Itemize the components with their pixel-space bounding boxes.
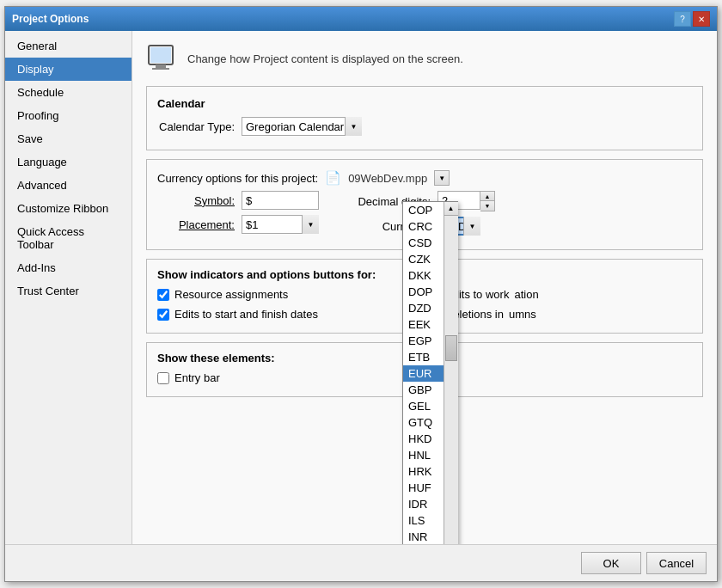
dropdown-item-dop[interactable]: DOP <box>403 284 444 300</box>
check-edits-dates: Edits to start and finish dates <box>157 308 421 321</box>
calendar-group-title: Calendar <box>157 97 692 110</box>
currency-file-row: Currency options for this project: 📄 09W… <box>157 170 692 186</box>
svg-rect-2 <box>156 64 166 68</box>
calendar-type-label: Calendar Type: <box>157 120 235 133</box>
dropdown-item-egp[interactable]: EGP <box>403 333 444 349</box>
svg-rect-3 <box>152 68 169 70</box>
scroll-thumb[interactable] <box>445 335 457 361</box>
dropdown-item-gbp[interactable]: GBP <box>403 382 444 398</box>
deletions-extra: umns <box>509 308 536 321</box>
dropdown-scrollbar: ▲ ▼ <box>444 202 457 544</box>
dropdown-item-huf[interactable]: HUF <box>403 480 444 496</box>
dialog-footer: OK Cancel <box>5 544 717 581</box>
decimal-spin-down[interactable]: ▼ <box>480 201 494 211</box>
currency-options-label: Currency options for this project: <box>157 172 318 185</box>
dialog-body: General Display Schedule Proofing Save L… <box>5 31 717 544</box>
calendar-type-row: Calendar Type: Gregorian Calendar ▼ <box>157 117 692 136</box>
placement-select[interactable]: $1 <box>242 215 319 234</box>
symbol-row: Symbol: <box>157 191 319 210</box>
calendar-type-select[interactable]: Gregorian Calendar <box>242 117 362 136</box>
decimal-spin-buttons: ▲ ▼ <box>480 191 495 211</box>
check-entry-bar-input[interactable] <box>157 372 169 384</box>
sidebar-item-proofing[interactable]: Proofing <box>5 104 132 127</box>
sidebar-item-general[interactable]: General <box>5 34 132 58</box>
currency-file-name: 09WebDev.mpp <box>348 172 427 185</box>
cancel-button[interactable]: Cancel <box>646 552 707 574</box>
section-header: Change how Project content is displayed … <box>146 41 703 76</box>
dropdown-item-dzd[interactable]: DZD <box>403 300 444 316</box>
section-description: Change how Project content is displayed … <box>187 52 463 65</box>
placement-label: Placement: <box>157 218 235 231</box>
sidebar-item-language[interactable]: Language <box>5 150 132 174</box>
dropdown-item-ils[interactable]: ILS <box>403 512 444 529</box>
dropdown-item-crc[interactable]: CRC <box>403 218 444 235</box>
title-bar: Project Options ? ✕ <box>5 7 717 31</box>
placement-select-wrapper: $1 ▼ <box>242 215 319 234</box>
scroll-track <box>444 216 458 544</box>
dropdown-scrollbar-area: COP CRC CSD CZK DKK DOP DZD EEK EGP ETB … <box>403 202 457 544</box>
dropdown-item-czk[interactable]: CZK <box>403 251 444 267</box>
currency-dropdown: COP CRC CSD CZK DKK DOP DZD EEK EGP ETB … <box>402 201 458 544</box>
sidebar-item-addins[interactable]: Add-Ins <box>5 256 132 279</box>
currency-file-dropdown-arrow[interactable]: ▼ <box>434 170 450 186</box>
dropdown-item-cop[interactable]: COP <box>403 202 444 218</box>
symbol-label: Symbol: <box>157 194 235 207</box>
help-button[interactable]: ? <box>674 11 691 27</box>
dropdown-item-etb[interactable]: ETB <box>403 349 444 365</box>
dialog-title: Project Options <box>12 13 89 25</box>
sidebar: General Display Schedule Proofing Save L… <box>5 31 132 544</box>
placement-row: Placement: $1 ▼ <box>157 215 319 234</box>
ok-button[interactable]: OK <box>581 552 641 574</box>
check-edits-dates-input[interactable] <box>157 309 169 321</box>
decimal-spin-up[interactable]: ▲ <box>480 192 494 201</box>
sidebar-item-customize-ribbon[interactable]: Customize Ribbon <box>5 197 132 220</box>
display-icon <box>146 41 180 76</box>
dropdown-item-hkd[interactable]: HKD <box>403 431 444 447</box>
check-resource-assignments: Resource assignments <box>157 288 421 301</box>
file-icon: 📄 <box>325 170 341 186</box>
dropdown-item-inr[interactable]: INR <box>403 529 444 544</box>
close-button[interactable]: ✕ <box>693 11 710 27</box>
calendar-group: Calendar Calendar Type: Gregorian Calend… <box>146 86 703 150</box>
sidebar-item-save[interactable]: Save <box>5 127 132 150</box>
sidebar-item-trust-center[interactable]: Trust Center <box>5 279 132 303</box>
dropdown-item-csd[interactable]: CSD <box>403 235 444 251</box>
edits-work-extra: ation <box>514 288 538 301</box>
calendar-type-select-wrapper: Gregorian Calendar ▼ <box>242 117 362 136</box>
dropdown-item-gtq[interactable]: GTQ <box>403 414 444 431</box>
scroll-arrow-up[interactable]: ▲ <box>444 202 458 216</box>
dropdown-item-eek[interactable]: EEK <box>403 316 444 333</box>
check-edits-dates-label: Edits to start and finish dates <box>174 308 318 321</box>
main-content: Change how Project content is displayed … <box>132 31 717 544</box>
check-deletions: Deletions in umns <box>428 308 692 321</box>
sidebar-item-quick-access[interactable]: Quick Access Toolbar <box>5 220 132 256</box>
symbol-input[interactable] <box>242 191 319 210</box>
dropdown-list: COP CRC CSD CZK DKK DOP DZD EEK EGP ETB … <box>403 202 444 544</box>
dropdown-item-eur[interactable]: EUR <box>403 365 444 382</box>
sidebar-item-schedule[interactable]: Schedule <box>5 81 132 104</box>
dropdown-item-idr[interactable]: IDR <box>403 496 444 512</box>
check-entry-bar-label: Entry bar <box>174 371 220 384</box>
check-edits-work: Edits to work ation <box>428 288 692 301</box>
check-resource-assignments-input[interactable] <box>157 289 169 301</box>
sidebar-item-advanced[interactable]: Advanced <box>5 174 132 197</box>
dropdown-item-hrk[interactable]: HRK <box>403 463 444 480</box>
dropdown-item-dkk[interactable]: DKK <box>403 267 444 284</box>
svg-rect-1 <box>150 47 171 63</box>
check-resource-assignments-label: Resource assignments <box>174 288 288 301</box>
dropdown-item-hnl[interactable]: HNL <box>403 447 444 463</box>
sidebar-item-display[interactable]: Display <box>5 58 132 81</box>
title-bar-buttons: ? ✕ <box>674 11 710 27</box>
dropdown-item-gel[interactable]: GEL <box>403 398 444 414</box>
project-options-dialog: Project Options ? ✕ General Display Sche… <box>4 6 718 582</box>
symbol-col: Symbol: Placement: $1 ▼ <box>157 191 319 241</box>
